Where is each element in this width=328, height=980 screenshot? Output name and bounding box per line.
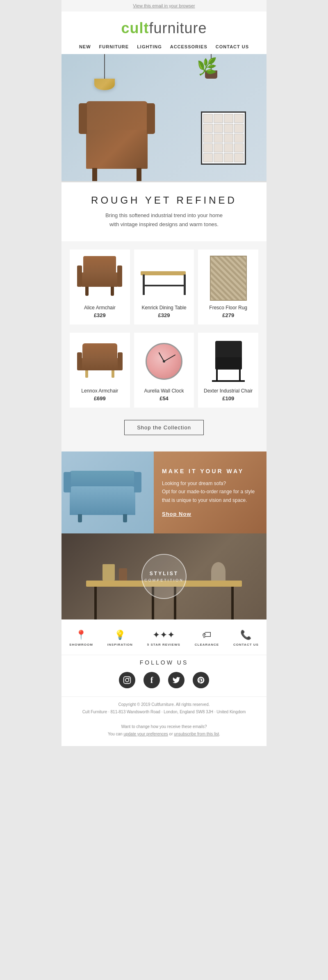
instagram-icon[interactable] bbox=[119, 672, 135, 688]
copyright-line1: Copyright © 2019 Cultfurniture. All righ… bbox=[70, 701, 258, 708]
social-icons: f bbox=[61, 672, 266, 688]
product-fresco[interactable]: Fresco Floor Rug £279 bbox=[198, 250, 258, 324]
logo-furniture: furniture bbox=[149, 20, 207, 36]
hero-armchair bbox=[86, 128, 148, 169]
nav-accessories[interactable]: ACCESSORIES bbox=[170, 44, 207, 49]
stylist-badge: STYLIST COMPETITION bbox=[141, 554, 187, 599]
alice-chair-illustration bbox=[81, 261, 118, 296]
footer-icon-showroom[interactable]: 📍 SHOWROOM bbox=[69, 630, 93, 647]
stylist-text-bottom: COMPETITION bbox=[144, 578, 184, 582]
lennox-image bbox=[74, 339, 126, 384]
make-it-sofa-area bbox=[61, 451, 154, 533]
unsubscribe-link[interactable]: unsubscribe from this list bbox=[174, 732, 219, 736]
nav-lighting[interactable]: LIGHTING bbox=[137, 44, 162, 49]
follow-section: FOLLOW US f bbox=[61, 655, 266, 696]
lennox-chair-illustration bbox=[80, 345, 119, 378]
sofa-back bbox=[70, 471, 135, 487]
fresco-image bbox=[202, 256, 254, 301]
footer-icon-inspiration[interactable]: 💡 INSPIRATION bbox=[107, 630, 133, 647]
sofa-seat bbox=[70, 486, 135, 515]
nav-furniture[interactable]: FURNITURE bbox=[99, 44, 129, 49]
make-it-cta[interactable]: Shop Now bbox=[162, 511, 258, 517]
footer-icons-section: 📍 SHOWROOM 💡 INSPIRATION ✦✦✦ 5 STAR REVI… bbox=[61, 619, 266, 655]
fresco-name: Fresco Floor Rug bbox=[209, 305, 247, 311]
product-row-2: Lennox Armchair £699 Aurelia Wall Clock … bbox=[70, 333, 258, 408]
dexter-chair-illustration bbox=[212, 341, 245, 382]
lennox-name: Lennox Armchair bbox=[81, 388, 118, 394]
kenrick-table-illustration bbox=[141, 261, 188, 296]
kenrick-name: Kenrick Dining Table bbox=[141, 305, 186, 311]
product-row-1: Alice Armchair £329 Kenrick Dining Table… bbox=[70, 250, 258, 324]
nav-contact[interactable]: CONTACT US bbox=[216, 44, 249, 49]
kenrick-price: £329 bbox=[158, 312, 170, 318]
clock-center bbox=[163, 360, 165, 363]
stylist-section: STYLIST COMPETITION bbox=[61, 533, 266, 619]
stars-icon: ✦✦✦ bbox=[153, 630, 175, 640]
nav-new[interactable]: NEW bbox=[79, 44, 91, 49]
make-it-title: MAKE IT YOUR WAY bbox=[162, 468, 258, 474]
hero-image: 🌿 bbox=[61, 54, 266, 181]
sofa-leg-left bbox=[78, 514, 82, 522]
hanging-plant: 🌿 bbox=[205, 54, 217, 79]
sofa-arm-right bbox=[134, 472, 141, 492]
svg-point-2 bbox=[128, 678, 130, 679]
aurelia-name: Aurelia Wall Clock bbox=[144, 388, 184, 394]
bulb-icon: 💡 bbox=[114, 630, 125, 640]
pinterest-icon[interactable] bbox=[193, 672, 209, 688]
tag-icon: 🏷 bbox=[202, 630, 211, 640]
headline-title: ROUGH YET REFINED bbox=[78, 195, 250, 206]
footer-showroom-label: SHOWROOM bbox=[69, 643, 93, 647]
make-it-section: MAKE IT YOUR WAY Looking for your dream … bbox=[61, 451, 266, 533]
footer-reviews-label: 5 STAR REVIEWS bbox=[147, 643, 180, 647]
copyright-line4: You can update your preferences or unsub… bbox=[70, 730, 258, 738]
copyright-section: Copyright © 2019 Cultfurniture. All righ… bbox=[61, 696, 266, 746]
kenrick-image bbox=[138, 256, 190, 301]
footer-icon-clearance[interactable]: 🏷 CLEARANCE bbox=[195, 630, 219, 647]
twitter-icon[interactable] bbox=[168, 672, 184, 688]
follow-title: FOLLOW US bbox=[61, 659, 266, 666]
aurelia-price: £54 bbox=[159, 395, 169, 402]
sofa-leg-right bbox=[123, 514, 127, 522]
svg-rect-0 bbox=[124, 677, 131, 684]
logo: cultfurniture bbox=[121, 20, 207, 36]
logo-cult: cult bbox=[121, 20, 149, 36]
phone-icon: 📞 bbox=[240, 630, 251, 640]
logo-area: cultfurniture bbox=[61, 11, 266, 41]
headline-section: ROUGH YET REFINED Bring this softened in… bbox=[61, 181, 266, 241]
product-lennox[interactable]: Lennox Armchair £699 bbox=[70, 333, 130, 408]
update-preferences-link[interactable]: update your preferences bbox=[123, 732, 168, 736]
copyright-line3: Want to change how you receive these ema… bbox=[70, 723, 258, 730]
facebook-icon[interactable]: f bbox=[144, 672, 160, 688]
footer-icon-reviews[interactable]: ✦✦✦ 5 STAR REVIEWS bbox=[147, 630, 180, 647]
alice-name: Alice Armchair bbox=[84, 305, 116, 311]
product-alice[interactable]: Alice Armchair £329 bbox=[70, 250, 130, 324]
lennox-price: £699 bbox=[94, 395, 106, 402]
product-aurelia[interactable]: Aurelia Wall Clock £54 bbox=[134, 333, 194, 408]
product-dexter[interactable]: Dexter Industrial Chair £109 bbox=[198, 333, 258, 408]
fresco-rug-illustration bbox=[210, 256, 247, 301]
footer-icon-contact[interactable]: 📞 CONTACT US bbox=[233, 630, 259, 647]
clock-minute-hand bbox=[164, 354, 176, 362]
view-in-browser-link[interactable]: View this email in your browser bbox=[133, 3, 195, 8]
email-container: View this email in your browser cultfurn… bbox=[61, 0, 266, 746]
product-kenrick[interactable]: Kenrick Dining Table £329 bbox=[134, 250, 194, 324]
alice-price: £329 bbox=[94, 312, 106, 318]
alice-image bbox=[74, 256, 126, 301]
sofa-arm-left bbox=[64, 472, 71, 492]
footer-inspiration-label: INSPIRATION bbox=[107, 643, 133, 647]
fresco-price: £279 bbox=[222, 312, 234, 318]
shop-collection-container: Shop the Collection bbox=[70, 416, 258, 443]
headline-subtitle: Bring this softened industrial trend int… bbox=[78, 211, 250, 229]
stylist-text-top: STYLIST bbox=[150, 571, 178, 576]
hero-mirror-frame bbox=[201, 111, 246, 165]
make-it-content: MAKE IT YOUR WAY Looking for your dream … bbox=[154, 451, 266, 533]
top-bar: View this email in your browser bbox=[61, 0, 266, 11]
make-it-text: Looking for your dream sofa? Opt for our… bbox=[162, 479, 258, 504]
aurelia-clock-illustration bbox=[146, 343, 182, 380]
footer-clearance-label: CLEARANCE bbox=[195, 643, 219, 647]
copyright-line2: Cult Furniture · 811-813 Wandsworth Road… bbox=[70, 708, 258, 716]
products-section: Alice Armchair £329 Kenrick Dining Table… bbox=[61, 241, 266, 451]
shop-collection-button[interactable]: Shop the Collection bbox=[124, 420, 204, 435]
dexter-price: £109 bbox=[222, 395, 234, 402]
footer-contact-label: CONTACT US bbox=[233, 643, 259, 647]
